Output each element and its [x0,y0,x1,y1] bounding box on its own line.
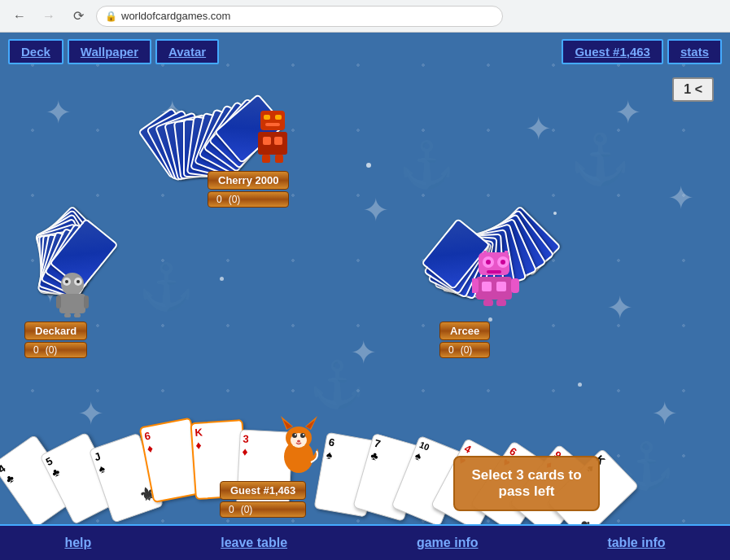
svg-rect-36 [483,300,493,306]
arcee-name: Arcee [439,322,490,340]
leave-table-button[interactable]: leave table [221,536,287,550]
url-text: worldofcardgames.com [121,10,230,22]
svg-rect-3 [265,123,280,126]
guest-scores: 0 (0) [220,501,306,518]
card-rank: 6 [328,435,336,448]
deckard-playerbox: Deckard 0 (0) [24,322,87,358]
svg-rect-8 [274,137,282,145]
deck-button[interactable]: Deck [8,39,63,64]
svg-point-49 [297,440,300,443]
forward-button[interactable]: → [37,5,60,28]
card-suit: ♣ [369,448,380,463]
dot-decor [366,163,371,168]
arcee-score: 0 [448,344,454,356]
bottom-nav: help leave table game info table info [0,524,730,560]
guest-playerbox: Guest #1,463 0 (0) [220,481,306,518]
select-cards-text: Select 3 cards to pass left [471,467,581,499]
select-cards-message: Select 3 cards to pass left [453,456,600,511]
svg-rect-7 [263,137,271,145]
deckard-avatar [53,273,92,321]
svg-rect-4 [271,111,274,112]
guest-total: (0) [241,504,253,515]
svg-point-25 [501,260,505,265]
dot-decor [553,212,557,215]
svg-rect-32 [482,282,492,291]
cherry2000-name: Cherry 2000 [208,171,289,190]
svg-point-47 [295,434,296,435]
wallpaper-button[interactable]: Wallpaper [68,39,151,64]
svg-rect-34 [472,278,479,293]
svg-rect-18 [84,295,89,308]
svg-rect-1 [264,115,270,120]
svg-rect-6 [258,132,287,155]
help-button[interactable]: help [64,536,91,550]
card-suit: ♠ [326,448,334,462]
card-suit: ♣ [50,465,62,479]
svg-rect-17 [56,295,61,308]
fox-avatar [277,412,321,476]
card-suit: ♦ [195,439,202,452]
dot-decor [220,277,224,281]
card-suit: ♦ [242,445,248,458]
round-indicator[interactable]: 1 < [672,77,714,102]
top-nav: Deck Wallpaper Avatar Guest #1,463 stats [0,33,730,70]
cherry2000-total: (0) [229,194,241,205]
svg-rect-37 [496,300,506,306]
svg-rect-2 [275,115,282,120]
svg-point-24 [486,260,491,265]
top-nav-left: Deck Wallpaper Avatar [8,39,219,64]
card-suit: ♠ [413,448,424,463]
top-nav-right: Guest #1,463 stats [562,39,722,64]
svg-rect-33 [496,282,506,291]
svg-rect-16 [59,294,85,313]
guest-score: 0 [229,504,234,515]
player-hand: 4 ♣ 5 ♣ J ♠ ⚜ 6 ♦ K ♦ ♦ 3 ♦ [0,383,730,521]
avatar-button[interactable]: Avatar [155,39,219,64]
svg-rect-35 [511,278,519,293]
cherry2000-playerbox: Cherry 2000 0 (0) [208,171,289,208]
card-suit: ♣ [3,471,17,486]
arcee-scores: 0 (0) [439,342,490,358]
game-area: ✦ ✦ ✦ ✦ ✦ ✦ ✦ ✦ ✦ ✦ ✦ ✦ ⚓ ⚓ ⚓ ⚓ ⚓ ⚓ Deck… [0,33,730,560]
svg-rect-30 [487,270,501,273]
arcee-total: (0) [461,344,473,356]
card-suit: ♦ [146,441,154,455]
lock-icon: 🔒 [105,11,117,22]
svg-rect-20 [74,313,81,317]
cherry2000-scores: 0 (0) [208,191,289,208]
deckard-total: (0) [46,344,58,356]
arcee-avatar [472,251,521,311]
svg-point-45 [292,433,297,438]
deckard-score: 0 [33,344,39,356]
card-rank: 3 [243,433,249,445]
back-button[interactable]: ← [8,5,31,28]
address-bar[interactable]: 🔒 worldofcardgames.com [96,6,503,27]
card-suit: ♠ [97,462,107,476]
card-rank: 6 [143,430,151,443]
game-info-button[interactable]: game info [417,536,479,550]
deckard-name: Deckard [24,322,87,340]
svg-rect-9 [262,155,270,163]
svg-point-14 [65,280,68,283]
svg-rect-19 [64,313,71,317]
guest-name: Guest #1,463 [220,481,306,500]
svg-rect-31 [476,277,512,300]
svg-rect-0 [260,111,285,130]
deckard-scores: 0 (0) [24,342,87,358]
svg-rect-10 [275,155,283,163]
svg-point-48 [303,434,304,435]
svg-rect-27 [505,251,508,256]
table-info-button[interactable]: table info [607,536,665,550]
svg-point-46 [300,433,305,438]
svg-rect-26 [483,251,487,256]
cherry2000-avatar [252,111,293,167]
stats-button[interactable]: stats [667,39,722,64]
svg-point-15 [76,280,80,283]
reload-button[interactable]: ⟳ [67,5,90,28]
guest-button[interactable]: Guest #1,463 [562,39,663,64]
cherry2000-score: 0 [216,194,222,205]
browser-chrome: ← → ⟳ 🔒 worldofcardgames.com [0,0,730,33]
card-rank: K [195,426,203,439]
arcee-playerbox: Arcee 0 (0) [439,322,490,358]
